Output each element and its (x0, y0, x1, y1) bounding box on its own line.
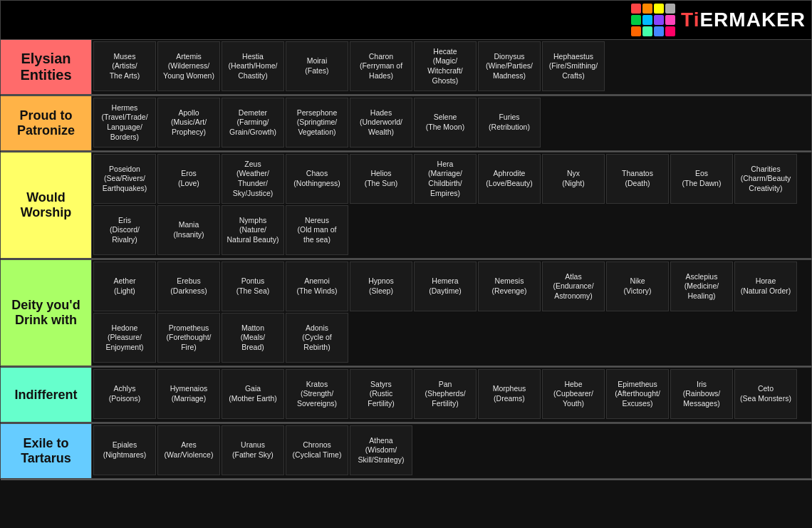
tier-section-indifferent-0: Achlys (Poisons)Hymenaios (Marriage)Gaia… (93, 369, 810, 419)
entity-cell: Prometheus (Forethought/ Fire) (157, 313, 220, 363)
entity-cell: Achlys (Poisons) (93, 369, 156, 419)
tier-content-exile: Epiales (Nightmares)Ares (War/Violence)U… (92, 424, 812, 479)
entity-cell: Thanatos (Death) (606, 154, 669, 204)
header-row: TiERMAKER (1, 1, 812, 40)
entity-cell: Satyrs (Rustic Fertility) (350, 369, 412, 419)
entity-cell: Matton (Meals/ Bread) (222, 313, 284, 363)
tier-content-indifferent: Achlys (Poisons)Hymenaios (Marriage)Gaia… (92, 368, 812, 423)
tier-section-patronize-0: Hermes (Travel/Trade/ Language/ Borders)… (93, 98, 810, 147)
logo-pixel (631, 26, 641, 36)
entity-cell: Nereus (Old man of the sea) (286, 205, 348, 255)
entity-cell: Poseidon (Sea/Rivers/ Earthquakes) (93, 154, 156, 204)
tier-label-drink: Deity you'd Drink with (1, 260, 92, 366)
tier-section-drink-1: Hedone (Pleasure/ Enjoyment)Prometheus (… (93, 313, 810, 363)
tier-divider (1, 479, 812, 480)
tier-content-drink: Aether (Light)Erebus (Darkness)Pontus (T… (92, 260, 812, 366)
entity-cell: Apollo (Music/Art/ Prophecy) (157, 98, 220, 147)
tier-table: TiERMAKER Elysian EntitiesMuses (Artists… (0, 0, 812, 480)
entity-cell: Pan (Shepherds/ Fertility) (414, 369, 477, 419)
logo-pixel (642, 26, 652, 36)
tier-content-elysian: Muses (Artists/ The Arts)Artemis (Wilder… (92, 40, 812, 95)
entity-cell: Kratos (Strength/ Sovereigns) (286, 369, 348, 419)
entity-cell: Hemera (Daytime) (414, 262, 477, 311)
entity-cell: Chronos (Cyclical Time) (286, 425, 348, 475)
entity-cell: Hymenaios (Marriage) (157, 369, 220, 419)
entity-cell: Uranus (Father Sky) (222, 425, 284, 475)
entity-cell: Furies (Retribution) (478, 98, 541, 147)
tier-section-exile-0: Epiales (Nightmares)Ares (War/Violence)U… (93, 425, 810, 475)
entity-cell: Charon (Ferryman of Hades) (350, 41, 412, 91)
logo-pixel (654, 4, 664, 14)
entity-cell: Nike (Victory) (606, 262, 669, 311)
tier-row-elysian: Elysian EntitiesMuses (Artists/ The Arts… (1, 40, 812, 95)
entity-cell: Hermes (Travel/Trade/ Language/ Borders) (93, 98, 156, 147)
entity-cell: Eros (Love) (157, 154, 220, 204)
entity-cell: Selene (The Moon) (414, 98, 477, 147)
entity-cell: Adonis (Cycle of Rebirth) (286, 313, 348, 363)
tier-content-worship: Poseidon (Sea/Rivers/ Earthquakes)Eros (… (92, 152, 812, 259)
entity-cell: Aphrodite (Love/Beauty) (478, 154, 541, 204)
entity-cell: Chaos (Nothingness) (286, 154, 348, 204)
entity-cell: Persephone (Springtime/ Vegetation) (286, 98, 348, 147)
tier-section-worship-0: Poseidon (Sea/Rivers/ Earthquakes)Eros (… (93, 154, 810, 204)
entity-cell: Dionysus (Wine/Parties/ Madness) (478, 41, 541, 91)
entity-cell: Nymphs (Nature/ Natural Beauty) (222, 205, 284, 255)
logo-area: TiERMAKER (6, 4, 806, 36)
entity-cell: Ceto (Sea Monsters) (734, 369, 797, 419)
divider-cell (1, 479, 812, 480)
logo-pixel (642, 4, 652, 14)
entity-cell: Asclepius (Medicine/ Healing) (670, 262, 733, 311)
entity-cell: Hephaestus (Fire/Smithing/ Crafts) (542, 41, 605, 91)
tier-label-indifferent: Indifferent (1, 368, 92, 423)
tier-label-exile: Exile to Tartarus (1, 424, 92, 479)
entity-cell: Erebus (Darkness) (157, 262, 220, 311)
entity-cell: Nemesis (Revenge) (478, 262, 541, 311)
entity-cell: Moirai (Fates) (286, 41, 348, 91)
tier-row-exile: Exile to TartarusEpiales (Nightmares)Are… (1, 424, 812, 479)
tier-body: Elysian EntitiesMuses (Artists/ The Arts… (1, 40, 812, 480)
logo-pixel (665, 4, 675, 14)
logo-highlight: Ti (681, 9, 699, 31)
entity-cell: Hecate (Magic/ Witchcraft/ Ghosts) (414, 41, 477, 91)
entity-cell: Helios (The Sun) (350, 154, 412, 204)
entity-cell: Hestia (Hearth/Home/ Chastity) (222, 41, 284, 91)
entity-cell: Mania (Insanity) (157, 205, 220, 255)
logo-text: TiERMAKER (681, 9, 806, 31)
entity-cell: Athena (Wisdom/ Skill/Strategy) (350, 425, 412, 475)
entity-cell: Nyx (Night) (542, 154, 605, 204)
entity-cell: Atlas (Endurance/ Astronomy) (542, 262, 605, 311)
entity-cell: Muses (Artists/ The Arts) (93, 41, 156, 91)
entity-cell: Anemoi (The Winds) (286, 262, 348, 311)
tier-section-worship-1: Eris (Discord/ Rivalry)Mania (Insanity)N… (93, 205, 810, 255)
tier-row-indifferent: IndifferentAchlys (Poisons)Hymenaios (Ma… (1, 368, 812, 423)
entity-cell: Hera (Marriage/ Childbirth/ Empires) (414, 154, 477, 204)
tier-row-worship: Would WorshipPoseidon (Sea/Rivers/ Earth… (1, 152, 812, 259)
tier-row-patronize: Proud to PatronizeHermes (Travel/Trade/ … (1, 96, 812, 151)
entity-cell: Morpheus (Dreams) (478, 369, 541, 419)
entity-cell: Aether (Light) (93, 262, 156, 311)
logo-pixel (665, 26, 675, 36)
tier-section-elysian-0: Muses (Artists/ The Arts)Artemis (Wilder… (93, 41, 810, 91)
tier-row-drink: Deity you'd Drink withAether (Light)Ereb… (1, 260, 812, 366)
entity-cell: Pontus (The Sea) (222, 262, 284, 311)
entity-cell: Horae (Natural Order) (734, 262, 797, 311)
tier-label-patronize: Proud to Patronize (1, 96, 92, 151)
entity-cell: Eos (The Dawn) (670, 154, 733, 204)
entity-cell: Charities (Charm/Beauty Creativity) (734, 154, 797, 204)
logo-pixel (642, 15, 652, 25)
tier-content-patronize: Hermes (Travel/Trade/ Language/ Borders)… (92, 96, 812, 151)
logo-pixel (665, 15, 675, 25)
logo-pixel (631, 15, 641, 25)
tier-label-elysian: Elysian Entities (1, 40, 92, 95)
tier-label-worship: Would Worship (1, 152, 92, 259)
entity-cell: Gaia (Mother Earth) (222, 369, 284, 419)
entity-cell: Epimetheus (Afterthought/ Excuses) (606, 369, 669, 419)
entity-cell: Demeter (Farming/ Grain/Growth) (222, 98, 284, 147)
entity-cell: Zeus (Weather/ Thunder/ Sky/Justice) (222, 154, 284, 204)
logo-pixel (654, 15, 664, 25)
entity-cell: Iris (Rainbows/ Messages) (670, 369, 733, 419)
entity-cell: Eris (Discord/ Rivalry) (93, 205, 156, 255)
logo-pixel (631, 4, 641, 14)
logo-cell: TiERMAKER (1, 1, 812, 40)
entity-cell: Hypnos (Sleep) (350, 262, 412, 311)
